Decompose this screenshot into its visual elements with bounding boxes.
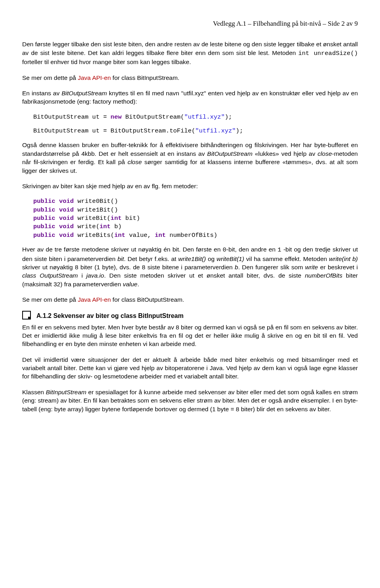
code-text: numberOfBits) (166, 232, 217, 239)
code-text: ); (225, 113, 232, 121)
paragraph-api-link-2: Se mer om dette på Java API-en for class… (22, 295, 358, 304)
text: for class BitInputStream. (111, 74, 179, 81)
method-name: close (127, 159, 142, 165)
text: og (206, 255, 217, 262)
paragraph-methods-intro: Skrivingen av biter kan skje med hjelp a… (22, 182, 358, 190)
code-text: ); (236, 127, 243, 134)
text: . Det betyr f.eks. at (124, 255, 178, 262)
code-text: write( (74, 223, 99, 230)
text: Hver av de tre første metodene skriver u… (22, 246, 223, 253)
code-factory: BitOutputStream ut = BitOutputStream.toF… (22, 127, 358, 135)
java-api-link[interactable]: Java API-en (78, 74, 111, 81)
section-heading: A.1.2 Sekvenser av biter og class BitInp… (22, 311, 358, 320)
string-literal: "utfil.xyz" (195, 127, 236, 134)
class-name: BitOutputStream (207, 150, 253, 157)
section-bullet-icon (22, 311, 31, 320)
keyword-new: new (110, 113, 122, 121)
code-text: BitOutputStream( (122, 113, 184, 121)
param-name: bit (118, 255, 124, 262)
code-inline: int unreadSize() (298, 50, 358, 57)
text: En instans av (22, 90, 62, 96)
paragraph-intro: Den første legger tilbake den sist leste… (22, 40, 358, 66)
kw: public (33, 215, 55, 222)
code-constructor: BitOutputStream ut = new BitOutputStream… (22, 113, 358, 121)
param-name: b (235, 264, 238, 270)
paragraph-10: Klassen BitInputStream er spesiallaget f… (22, 388, 358, 413)
code-methods: public void write0Bit() public void writ… (22, 197, 358, 240)
paragraph-8: En fil er en sekvens med byter. Men hver… (22, 323, 358, 348)
code-text: value, (125, 232, 155, 239)
class-name: BitOutputStream (62, 90, 107, 96)
text: Klassen (22, 389, 46, 395)
code-text: b) (110, 223, 122, 230)
package-name: java.io (86, 272, 104, 279)
kw: public (33, 198, 55, 205)
text: er beskrevet i (318, 264, 358, 270)
class-name: class OutputStream (22, 272, 78, 279)
method-name: write(int b) (329, 255, 358, 262)
kw: int (114, 232, 125, 239)
method-name: write1Bit() (178, 255, 206, 262)
kw: void (59, 215, 74, 222)
text: «lukkes» ved hjelp av (253, 150, 317, 157)
kw: int (99, 223, 110, 230)
kw: public (33, 232, 55, 239)
code-text: writeBit( (74, 215, 110, 222)
kw: void (59, 223, 74, 230)
string-literal: "utfil.xyz" (184, 113, 224, 121)
class-name: BitInputStream (46, 389, 87, 395)
paragraph-buffer: Også denne klassen bruker en buffer-tekn… (22, 141, 358, 175)
paragraph-outputstream-intro: En instans av BitOutputStream knyttes ti… (22, 89, 358, 106)
text: i (78, 272, 86, 279)
kw: void (59, 232, 74, 239)
paragraph-api-link: Se mer om dette på Java API-en for class… (22, 74, 358, 82)
text: for class BitOutputStream. (111, 296, 184, 303)
param-name: value (123, 281, 137, 287)
kw: int (155, 232, 166, 239)
text: vil ha samme effekt. Metoden (244, 255, 329, 262)
kw: public (33, 206, 55, 214)
code-text: write1Bit() (74, 206, 118, 214)
text: . Den fungerer slik som (238, 264, 305, 270)
method-name: close (317, 150, 332, 157)
code-text: write0Bit() (74, 198, 118, 205)
code-text: BitOutputStream ut = BitOutputStream.toF… (33, 127, 195, 134)
paragraph-9: Det vil imidlertid være situasjoner der … (22, 355, 358, 381)
java-api-link[interactable]: Java API-en (78, 296, 111, 303)
paragraph-methods-desc: Hver av de tre første metodene skriver u… (22, 245, 358, 288)
text: skriver ut nøyaktig 8 biter (1 byte), dv… (22, 264, 235, 270)
param-name: numberOfBits (305, 272, 342, 279)
text: Se mer om dette på (22, 74, 78, 81)
text: Se mer om dette på (22, 296, 78, 303)
text: -bit, den andre en (226, 246, 278, 253)
page-header: Vedlegg A.1 – Filbehandling på bit-nivå … (22, 19, 358, 28)
method-name: write (305, 264, 318, 270)
code-text: BitOutputStream ut = (33, 113, 110, 121)
heading-text: A.1.2 Sekvenser av biter og class BitInp… (36, 312, 184, 319)
kw: int (110, 215, 122, 222)
text: . Den siste metoden skriver ut et ønsket… (104, 272, 305, 279)
kw: void (59, 206, 74, 214)
code-text: writeBits( (74, 232, 114, 239)
code-inline: 0 (223, 246, 226, 253)
method-name: writeBit(1) (217, 255, 244, 262)
code-inline: 1 (277, 246, 281, 253)
kw: public (33, 223, 55, 230)
text: . (137, 281, 139, 287)
kw: void (59, 198, 74, 205)
text: forteller til enhver tid hvor mange bite… (22, 59, 191, 65)
code-text: bit) (122, 215, 140, 222)
